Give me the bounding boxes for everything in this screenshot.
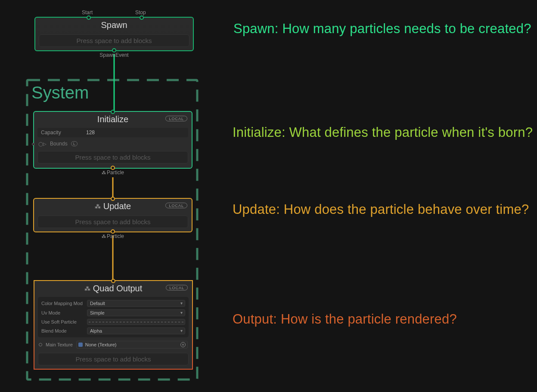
update-port-in[interactable] xyxy=(111,197,115,201)
spawn-port-stop-label: Stop xyxy=(135,9,146,15)
soft-particle-slider[interactable] xyxy=(87,319,185,325)
annotation-update: Update: How does the particle behave ove… xyxy=(233,200,529,219)
capacity-value[interactable]: 128 xyxy=(86,130,95,136)
vfx-graph-canvas[interactable]: System Start Stop Spawn Press space to a… xyxy=(0,0,537,392)
main-texture-row: Main Texture None (Texture) xyxy=(34,339,192,350)
texture-swatch-icon xyxy=(78,343,83,347)
main-texture-label: Main Texture xyxy=(46,342,73,347)
bounds-l-badge: L xyxy=(71,141,78,146)
initialize-local-badge: LOCAL xyxy=(165,116,187,121)
main-texture-port[interactable] xyxy=(39,343,42,346)
output-add-blocks[interactable]: Press space to add blocks xyxy=(38,353,189,365)
update-add-blocks[interactable]: Press space to add blocks xyxy=(37,216,188,228)
update-node[interactable]: LOCAL ⁂Update Press space to add blocks … xyxy=(33,198,192,232)
color-mapping-row: Color Mapping Mod Default xyxy=(40,299,186,308)
update-port-out-label: ⁂Particle xyxy=(102,233,124,239)
output-node[interactable]: LOCAL ⁂Quad Output Color Mapping Mod Def… xyxy=(34,280,193,370)
spawn-port-out-label: SpawnEvent xyxy=(99,52,128,58)
bounds-row: ◯▷ Bounds L xyxy=(34,139,192,148)
particle-icon: ⁂ xyxy=(102,170,106,175)
initialize-port-in[interactable] xyxy=(111,110,115,114)
particle-icon: ⁂ xyxy=(84,285,90,292)
update-local-badge: LOCAL xyxy=(165,203,187,208)
object-picker-icon[interactable] xyxy=(180,342,186,347)
update-port-out[interactable] xyxy=(111,229,115,234)
uv-mode-select[interactable]: Simple xyxy=(87,309,185,316)
particle-icon: ⁂ xyxy=(102,234,106,239)
play-icon: ◯▷ xyxy=(38,142,47,146)
main-texture-field[interactable]: None (Texture) xyxy=(76,341,188,349)
bounds-port[interactable] xyxy=(32,143,34,145)
annotation-initialize: Initialize: What defines the particle wh… xyxy=(233,123,533,142)
spawn-add-blocks[interactable]: Press space to add blocks xyxy=(39,34,189,47)
uv-mode-label: Uv Mode xyxy=(41,310,84,315)
blend-mode-select[interactable]: Alpha xyxy=(87,327,185,334)
spawn-port-stop[interactable] xyxy=(140,15,144,20)
color-mapping-select[interactable]: Default xyxy=(87,300,185,307)
soft-particle-label: Use Soft Particle xyxy=(41,319,84,324)
capacity-label: Capacity xyxy=(41,130,86,136)
spawn-port-start-label: Start xyxy=(82,9,93,15)
soft-particle-row: Use Soft Particle xyxy=(40,318,186,326)
particle-icon: ⁂ xyxy=(95,203,101,210)
blend-mode-row: Blend Mode Alpha xyxy=(40,326,186,336)
spawn-node[interactable]: Start Stop Spawn Press space to add bloc… xyxy=(34,17,194,51)
capacity-row: Capacity 128 xyxy=(37,128,188,137)
output-port-in[interactable] xyxy=(111,279,115,283)
initialize-port-out-label: ⁂Particle xyxy=(102,170,124,176)
spawn-port-out[interactable] xyxy=(112,48,116,52)
blend-mode-label: Blend Mode xyxy=(41,328,84,333)
uv-mode-row: Uv Mode Simple xyxy=(40,308,186,318)
bounds-label: Bounds xyxy=(50,141,68,147)
spawn-title: Spawn xyxy=(35,18,193,32)
initialize-node[interactable]: LOCAL Initialize Capacity 128 ◯▷ Bounds … xyxy=(33,111,192,169)
annotation-output: Output: How is the particle rendered? xyxy=(233,310,457,329)
system-label: System xyxy=(31,83,89,102)
annotation-spawn: Spawn: How many particles needs to be cr… xyxy=(233,19,531,39)
color-mapping-label: Color Mapping Mod xyxy=(41,301,84,306)
spawn-port-start[interactable] xyxy=(87,15,91,20)
output-properties: Color Mapping Mod Default Uv Mode Simple… xyxy=(38,297,189,337)
output-local-badge: LOCAL xyxy=(166,285,188,290)
initialize-add-blocks[interactable]: Press space to add blocks xyxy=(37,151,188,164)
initialize-port-out[interactable] xyxy=(111,166,115,170)
